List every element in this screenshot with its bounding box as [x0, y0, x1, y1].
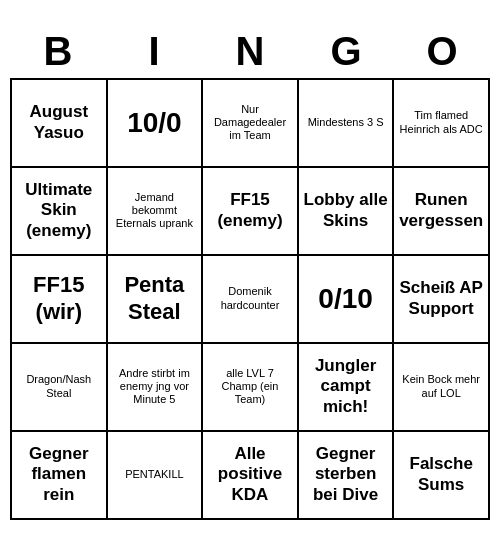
bingo-letter-G: G: [301, 29, 391, 74]
bingo-cell-3-2: alle LVL 7 Champ (ein Team): [203, 344, 299, 432]
bingo-cell-4-1: PENTAKILL: [108, 432, 204, 520]
bingo-cell-1-2: FF15 (enemy): [203, 168, 299, 256]
bingo-letter-I: I: [109, 29, 199, 74]
bingo-cell-4-3: Gegner sterben bei Dive: [299, 432, 395, 520]
bingo-cell-2-1: Penta Steal: [108, 256, 204, 344]
bingo-cell-2-4: Scheiß AP Support: [394, 256, 490, 344]
bingo-cell-1-4: Runen vergessen: [394, 168, 490, 256]
bingo-cell-3-3: Jungler campt mich!: [299, 344, 395, 432]
bingo-letter-B: B: [13, 29, 103, 74]
bingo-cell-1-3: Lobby alle Skins: [299, 168, 395, 256]
bingo-cell-4-4: Falsche Sums: [394, 432, 490, 520]
bingo-cell-0-4: Tim flamed Heinrich als ADC: [394, 80, 490, 168]
bingo-cell-1-0: Ultimate Skin (enemy): [12, 168, 108, 256]
bingo-cell-0-0: August Yasuo: [12, 80, 108, 168]
bingo-cell-1-1: Jemand bekommt Eternals uprank: [108, 168, 204, 256]
bingo-cell-4-0: Gegner flamen rein: [12, 432, 108, 520]
bingo-cell-0-1: 10/0: [108, 80, 204, 168]
bingo-grid: August Yasuo10/0Nur Damagedealer im Team…: [10, 78, 490, 520]
bingo-cell-2-3: 0/10: [299, 256, 395, 344]
bingo-cell-0-3: Mindestens 3 S: [299, 80, 395, 168]
bingo-cell-2-0: FF15 (wir): [12, 256, 108, 344]
bingo-cell-2-2: Domenik hardcounter: [203, 256, 299, 344]
bingo-title: BINGO: [10, 25, 490, 78]
bingo-card: BINGO August Yasuo10/0Nur Damagedealer i…: [10, 25, 490, 520]
bingo-letter-O: O: [397, 29, 487, 74]
bingo-letter-N: N: [205, 29, 295, 74]
bingo-cell-0-2: Nur Damagedealer im Team: [203, 80, 299, 168]
bingo-cell-3-0: Dragon/Nash Steal: [12, 344, 108, 432]
bingo-cell-3-4: Kein Bock mehr auf LOL: [394, 344, 490, 432]
bingo-cell-4-2: Alle positive KDA: [203, 432, 299, 520]
bingo-cell-3-1: Andre stirbt im enemy jng vor Minute 5: [108, 344, 204, 432]
